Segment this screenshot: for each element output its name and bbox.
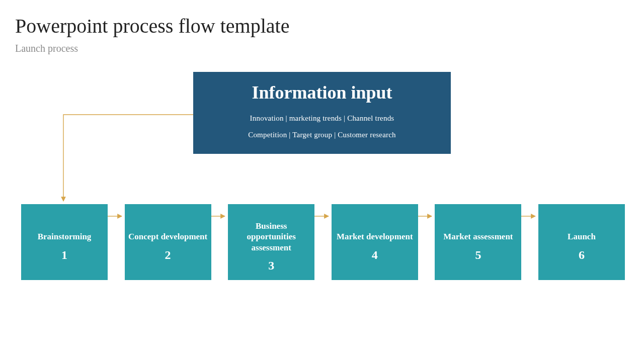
info-heading: Information input [193,82,451,103]
step-number: 1 [61,248,67,262]
step-number: 3 [268,259,274,273]
step-label: Market development [337,231,413,242]
info-line-1: Innovation | marketing trends | Channel … [193,114,451,123]
step-label: Launch [568,231,596,242]
information-input-box: Information input Innovation | marketing… [193,72,451,154]
step-number: 6 [579,248,585,262]
step-2-concept-development: Concept development 2 [125,204,211,280]
info-line-2: Competition | Target group | Customer re… [193,131,451,139]
step-6-launch: Launch 6 [538,204,625,280]
step-label: Brainstorming [38,231,92,242]
step-3-business-opportunities: Business opportunities assessment 3 [228,204,314,280]
step-label: Concept development [128,231,207,242]
step-number: 2 [165,248,171,262]
process-steps-row: Brainstorming 1 Concept development 2 Bu… [21,204,625,280]
slide-title: Powerpoint process flow template [15,14,289,38]
step-label: Market assessment [443,231,513,242]
step-number: 4 [372,248,378,262]
step-1-brainstorming: Brainstorming 1 [21,204,108,280]
step-5-market-assessment: Market assessment 5 [435,204,521,280]
step-number: 5 [475,248,481,262]
step-label: Business opportunities assessment [231,221,311,253]
slide-subtitle: Launch process [15,43,78,54]
step-4-market-development: Market development 4 [332,204,418,280]
connector-lines [0,0,644,362]
